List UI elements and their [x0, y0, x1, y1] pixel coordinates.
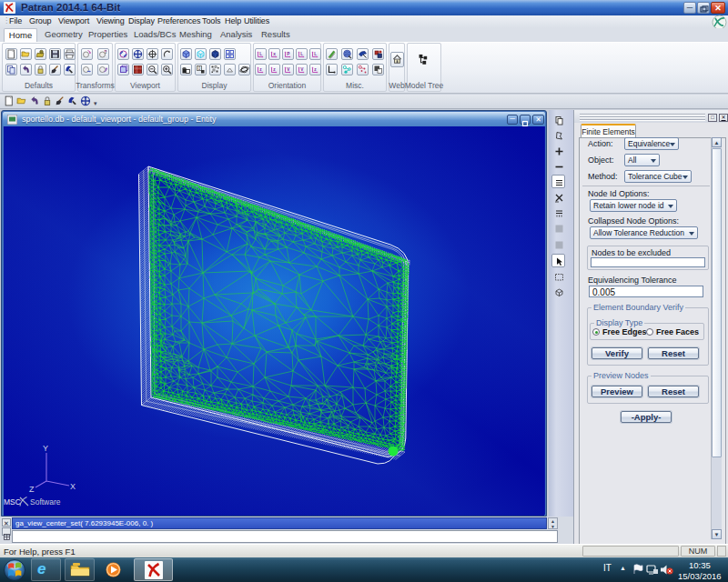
svg-text:L: L — [259, 52, 262, 56]
svg-text:x: x — [273, 52, 276, 56]
svg-text:X: X — [70, 482, 76, 491]
svg-text:V: V — [287, 67, 290, 72]
svg-text:z: z — [273, 67, 276, 72]
svg-text:Z: Z — [29, 485, 35, 494]
svg-text:MSC: MSC — [4, 497, 21, 507]
svg-text:Software: Software — [30, 497, 61, 507]
svg-text:V: V — [300, 67, 304, 72]
svg-text:L: L — [314, 52, 317, 56]
svg-text:L: L — [300, 52, 303, 56]
svg-text:z: z — [314, 67, 317, 72]
svg-text:P: P — [287, 52, 290, 56]
svg-text:z: z — [259, 67, 262, 72]
svg-text:Y: Y — [43, 444, 48, 453]
